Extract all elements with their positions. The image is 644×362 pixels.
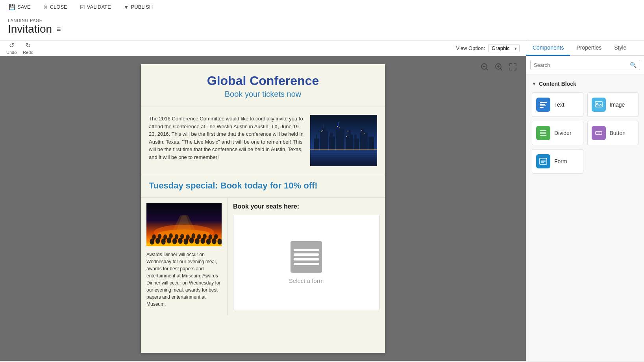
image-component-label: Image	[610, 102, 625, 108]
email-city-image	[310, 115, 377, 166]
page-title: Invitation	[8, 23, 52, 35]
landing-page-label: LANDING PAGE	[8, 18, 636, 23]
svg-point-64	[209, 235, 213, 240]
svg-rect-25	[368, 137, 374, 150]
svg-rect-18	[338, 122, 339, 126]
validate-button[interactable]: ☑ VALIDATE	[78, 2, 113, 12]
tab-properties[interactable]: Properties	[570, 41, 608, 56]
svg-rect-20	[348, 130, 351, 136]
publish-button[interactable]: ▼ PUBLISH	[121, 2, 155, 12]
text-component-icon: A	[536, 98, 550, 112]
svg-point-59	[180, 234, 184, 239]
svg-rect-70	[540, 105, 546, 106]
email-title: Global Conference	[149, 74, 377, 88]
view-option-select[interactable]: Graphic HTML	[488, 44, 520, 52]
svg-point-65	[214, 234, 218, 239]
svg-rect-26	[321, 131, 322, 132]
email-lower-section: Awards Dinner will occur on Wednesday fo…	[141, 198, 385, 316]
form-component-label: Form	[554, 158, 567, 164]
event-desc-text: Awards Dinner will occur on Wednesday fo…	[146, 251, 222, 308]
content-block-header[interactable]: ▼ Content Block	[530, 78, 640, 89]
svg-rect-71	[540, 107, 544, 108]
svg-rect-30	[348, 131, 348, 132]
svg-rect-73	[595, 102, 602, 107]
component-image[interactable]: Image	[587, 92, 639, 117]
svg-rect-31	[346, 136, 347, 137]
svg-rect-28	[337, 126, 338, 127]
component-divider[interactable]: Divider	[532, 121, 583, 145]
book-seats-label: Book your seats here:	[233, 203, 379, 210]
svg-rect-8	[310, 150, 377, 166]
image-component-icon	[592, 98, 606, 112]
select-form-text: Select a form	[289, 277, 324, 284]
svg-rect-13	[323, 124, 324, 128]
panel-tabs: Components Properties Style	[526, 41, 644, 56]
panel-search-area: 🔍	[526, 56, 644, 74]
view-option-label: View Option:	[456, 45, 485, 51]
svg-rect-32	[361, 130, 362, 131]
svg-point-57	[169, 233, 173, 238]
fullscreen-button[interactable]	[507, 61, 519, 73]
zoom-in-button[interactable]	[493, 61, 505, 73]
text-component-label: Text	[554, 102, 564, 108]
svg-rect-27	[322, 130, 323, 131]
svg-line-6	[500, 68, 502, 70]
search-wrapper: 🔍	[530, 60, 640, 70]
component-grid: A Text Image	[530, 89, 640, 177]
save-icon: 💾	[9, 4, 15, 10]
svg-line-2	[486, 68, 488, 70]
close-icon: ✕	[43, 4, 48, 10]
component-form[interactable]: Form	[532, 149, 583, 174]
email-promo-section: Tuesday special: Book today for 10% off!	[141, 174, 385, 198]
email-document: Global Conference Book your tickets now …	[141, 64, 385, 353]
divider-component-icon	[536, 126, 550, 140]
menu-icon[interactable]: ≡	[57, 25, 61, 33]
divider-component-label: Divider	[554, 130, 572, 136]
button-component-icon	[592, 126, 606, 140]
event-image	[146, 203, 222, 246]
svg-point-55	[158, 234, 162, 239]
form-placeholder[interactable]: Select a form	[233, 215, 379, 310]
email-left-col: Awards Dinner will occur on Wednesday fo…	[141, 198, 228, 316]
svg-rect-69	[540, 104, 545, 105]
form-component-icon	[536, 154, 550, 168]
tab-components[interactable]: Components	[526, 41, 570, 56]
save-button[interactable]: 💾 SAVE	[6, 2, 33, 12]
content-block-label: Content Block	[539, 81, 576, 87]
svg-point-56	[163, 235, 167, 240]
svg-rect-12	[322, 127, 326, 133]
component-button[interactable]: Button	[587, 121, 639, 145]
zoom-out-button[interactable]	[479, 61, 490, 73]
svg-rect-10	[316, 135, 317, 139]
svg-point-63	[203, 234, 207, 239]
redo-icon: ↻	[26, 42, 31, 49]
page-header: LANDING PAGE Invitation ≡	[0, 14, 644, 41]
undo-button[interactable]: ↺ Undo	[6, 42, 17, 55]
tab-style[interactable]: Style	[608, 41, 633, 56]
form-icon	[291, 241, 322, 273]
svg-rect-15	[330, 133, 333, 137]
redo-button[interactable]: ↻ Redo	[23, 42, 33, 55]
svg-point-60	[186, 235, 190, 240]
component-text[interactable]: A Text	[532, 92, 583, 117]
svg-rect-16	[336, 129, 344, 150]
publish-icon: ▼	[124, 4, 129, 10]
search-icon: 🔍	[630, 62, 637, 68]
svg-point-54	[152, 235, 156, 240]
svg-text:A: A	[540, 101, 542, 104]
top-toolbar: 💾 SAVE ✕ CLOSE ☑ VALIDATE ▼ PUBLISH	[0, 0, 644, 14]
undo-icon: ↺	[9, 42, 14, 49]
view-option-wrapper: Graphic HTML	[488, 44, 520, 52]
svg-rect-14	[329, 137, 335, 150]
svg-rect-23	[360, 133, 368, 150]
search-input[interactable]	[534, 62, 630, 68]
svg-rect-33	[364, 133, 365, 134]
email-subtitle: Book your tickets now	[149, 90, 377, 99]
svg-rect-29	[339, 127, 340, 128]
right-panel: Components Properties Style 🔍 ▼ Content …	[526, 41, 644, 361]
content-block-section: ▼ Content Block A Text	[526, 74, 644, 181]
button-component-label: Button	[610, 130, 625, 136]
close-button[interactable]: ✕ CLOSE	[41, 2, 70, 12]
collapse-icon: ▼	[532, 81, 537, 87]
svg-rect-22	[354, 135, 357, 139]
